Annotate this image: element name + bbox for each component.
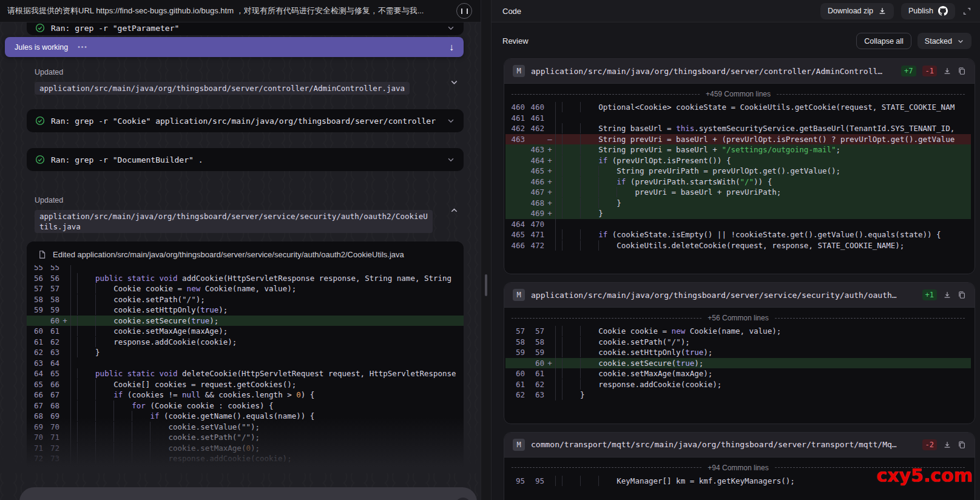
download-zip-label: Download zip bbox=[828, 7, 873, 15]
updated-section-1: Updated application/src/main/java/org/th… bbox=[35, 68, 464, 95]
step-card-grep-cookie[interactable]: Ran: grep -r "Cookie" application/src/ma… bbox=[27, 109, 464, 132]
file-card-header[interactable]: Mcommon/transport/mqtt/src/main/java/org… bbox=[504, 433, 975, 458]
chevron-down-icon[interactable] bbox=[447, 117, 455, 125]
chevron-down-icon[interactable] bbox=[447, 24, 455, 32]
file-diff-list: Mapplication/src/main/java/org/thingsboa… bbox=[504, 58, 975, 500]
step-card-getparameter[interactable]: Ran: grep -r "getParameter" bbox=[27, 22, 464, 35]
diff-line: 6465public static void deleteCookie(Http… bbox=[27, 368, 464, 379]
edited-file-header[interactable]: Edited application/src/main/java/org/thi… bbox=[27, 242, 464, 265]
diff-line: 6667if (cookies != null && cookies.lengt… bbox=[27, 390, 464, 400]
diff-line: 5757Cookie cookie = new Cookie(name, val… bbox=[505, 326, 971, 337]
publish-label: Publish bbox=[908, 7, 933, 15]
added-count-badge: +1 bbox=[922, 289, 937, 300]
diff-line: 464+if (prevUrlOpt.isPresent()) { bbox=[505, 155, 971, 166]
diff-line: 7071cookie.setPath("/"); bbox=[27, 432, 464, 443]
send-button[interactable] bbox=[455, 498, 471, 500]
chevron-up-icon[interactable] bbox=[450, 206, 459, 215]
scroll-to-bottom-arrow[interactable]: ↓ bbox=[449, 42, 454, 53]
pause-icon bbox=[461, 8, 468, 14]
code-title: Code bbox=[502, 7, 521, 16]
task-prompt: 请根据我提供的资料URL https://find-sec-bugs.githu… bbox=[7, 5, 424, 16]
chevron-down-icon[interactable] bbox=[450, 78, 459, 87]
diff-line: 5858cookie.setPath("/"); bbox=[27, 294, 464, 305]
diff-line: 5757Cookie cookie = new Cookie(name, val… bbox=[27, 283, 464, 294]
resize-handle[interactable] bbox=[485, 274, 487, 296]
modified-badge: M bbox=[513, 439, 525, 451]
review-bar: Review Collapse all Stacked bbox=[492, 22, 980, 57]
message-composer[interactable]: Talk to Jules bbox=[19, 487, 477, 500]
diff-line: 7273response.addCookie(cookie); bbox=[27, 453, 464, 464]
download-file-button[interactable] bbox=[943, 291, 951, 299]
diff-line: 6566Cookie[] cookies = request.getCookie… bbox=[27, 379, 464, 390]
publish-button[interactable]: Publish bbox=[901, 3, 955, 19]
diff-line: 60+cookie.setSecure(true); bbox=[27, 316, 464, 326]
download-file-button[interactable] bbox=[943, 441, 951, 449]
panel-divider bbox=[481, 0, 492, 500]
diff-line: 465+String prevUriPath = prevUrlOpt.get(… bbox=[505, 166, 971, 177]
code-top-bar: Code Download zip Publish bbox=[492, 0, 980, 22]
diff-line: 6970cookie.setValue(""); bbox=[27, 422, 464, 433]
file-diff-card: Mapplication/src/main/java/org/thingsboa… bbox=[504, 282, 975, 424]
copy-file-button[interactable] bbox=[958, 67, 966, 75]
file-diff-lines: +459 Common lines460460Optional<Cookie> … bbox=[505, 89, 971, 251]
chevron-down-icon bbox=[957, 38, 964, 45]
updated-label: Updated bbox=[35, 196, 464, 204]
download-icon bbox=[878, 7, 887, 15]
document-icon bbox=[38, 250, 47, 259]
diff-line: 6263} bbox=[27, 347, 464, 358]
chevron-down-icon[interactable] bbox=[447, 155, 455, 164]
download-zip-button[interactable]: Download zip bbox=[820, 3, 894, 19]
diff-line: 6061cookie.setMaxAge(maxAge); bbox=[505, 368, 971, 379]
diff-line: 6768for (Cookie cookie : cookies) { bbox=[27, 400, 464, 411]
file-chip-admincontroller[interactable]: application/src/main/java/org/thingsboar… bbox=[35, 82, 410, 95]
diff-line: 467+prevUri = baseUrl + prevUriPath; bbox=[505, 187, 971, 198]
collapse-all-button[interactable]: Collapse all bbox=[856, 33, 911, 49]
diff-line: 6364 bbox=[27, 358, 464, 369]
step-label: Ran: grep -r "Cookie" application/src/ma… bbox=[51, 117, 436, 126]
step-card-grep-documentbuilder[interactable]: Ran: grep -r "DocumentBuilder" . bbox=[27, 148, 464, 171]
task-panel: 请根据我提供的资料URL https://find-sec-bugs.githu… bbox=[0, 0, 481, 500]
expand-panel-icon[interactable] bbox=[962, 7, 972, 16]
check-circle-icon bbox=[35, 116, 45, 126]
diff-line: 461461 bbox=[505, 113, 971, 124]
diff-line: 6061cookie.setMaxAge(maxAge); bbox=[27, 326, 464, 337]
common-lines-separator: +459 Common lines bbox=[512, 89, 965, 99]
diff-line: 6162response.addCookie(cookie); bbox=[505, 379, 971, 390]
diff-line: 60+cookie.setSecure(true); bbox=[505, 358, 971, 369]
watermark: cxy5.com bbox=[876, 465, 973, 486]
file-path: common/transport/mqtt/src/main/java/org/… bbox=[531, 440, 897, 449]
file-card-header[interactable]: Mapplication/src/main/java/org/thingsboa… bbox=[504, 283, 975, 308]
file-card-header[interactable]: Mapplication/src/main/java/org/thingsboa… bbox=[504, 59, 975, 84]
diff-line: 6162response.addCookie(cookie); bbox=[27, 337, 464, 348]
diff-line: 463—String prevUri = baseUrl + (prevUrlO… bbox=[505, 134, 971, 145]
check-circle-icon bbox=[35, 23, 45, 33]
updated-section-2: Updated application/src/main/java/org/th… bbox=[35, 196, 464, 233]
step-label: Ran: grep -r "getParameter" bbox=[51, 24, 179, 33]
added-count-badge: +7 bbox=[901, 66, 916, 76]
file-diff-card: Mapplication/src/main/java/org/thingsboa… bbox=[504, 58, 975, 274]
diff-line: 7172cookie.setMaxAge(0); bbox=[27, 443, 464, 454]
pause-button[interactable] bbox=[456, 3, 472, 19]
left-top-bar: 请根据我提供的资料URL https://find-sec-bugs.githu… bbox=[0, 0, 481, 22]
diff-line: 462462String baseUrl = this.systemSecuri… bbox=[505, 123, 971, 134]
diff-line: 5858cookie.setPath("/"); bbox=[505, 337, 971, 348]
removed-count-badge: -2 bbox=[922, 439, 937, 450]
check-circle-icon bbox=[35, 155, 45, 164]
step-label: Ran: grep -r "DocumentBuilder" . bbox=[51, 155, 203, 164]
github-icon bbox=[938, 6, 948, 16]
diff-line: 5959cookie.setHttpOnly(true); bbox=[27, 305, 464, 316]
layout-select-label: Stacked bbox=[925, 37, 952, 46]
modified-badge: M bbox=[513, 289, 525, 301]
diff-line: 466472CookieUtils.deleteCookie(request, … bbox=[505, 240, 971, 251]
modified-badge: M bbox=[513, 65, 525, 77]
download-file-button[interactable] bbox=[943, 67, 951, 75]
diff-line: 464470 bbox=[505, 219, 971, 230]
file-chip-cookieutils[interactable]: application/src/main/java/org/thingsboar… bbox=[35, 210, 433, 233]
copy-file-button[interactable] bbox=[958, 441, 966, 449]
copy-file-button[interactable] bbox=[958, 291, 966, 299]
layout-select[interactable]: Stacked bbox=[917, 33, 972, 49]
status-banner[interactable]: Jules is working ••• ↓ bbox=[5, 37, 464, 57]
file-diff-lines: +56 Common lines5757Cookie cookie = new … bbox=[505, 313, 971, 400]
diff-line: 463+String prevUri = baseUrl + "/setting… bbox=[505, 144, 971, 155]
diff-line: 469+} bbox=[505, 208, 971, 219]
